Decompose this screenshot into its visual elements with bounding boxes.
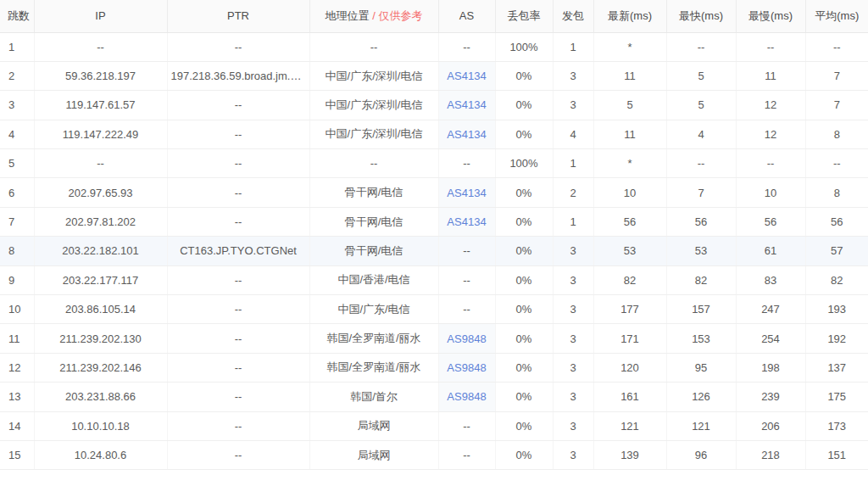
as-link[interactable]: AS9848 — [447, 332, 486, 345]
latency-fastest-cell: 157 — [666, 295, 736, 324]
latency-fastest-cell: 56 — [666, 207, 736, 236]
hop-row: 1510.24.80.6--局域网--0%313996218151 — [0, 440, 868, 469]
ptr-record-cell: -- — [167, 411, 309, 440]
ptr-record-cell: -- — [167, 383, 309, 411]
hop-row: 6202.97.65.93--骨干网/电信AS41340%2107108 — [0, 178, 868, 207]
packet-loss-cell: 0% — [495, 178, 553, 207]
latency-slowest-cell: 239 — [736, 383, 805, 411]
hop-number-cell: 11 — [0, 324, 34, 353]
as-number-cell: -- — [438, 411, 495, 440]
as-link[interactable]: AS4134 — [447, 128, 486, 141]
header-hop: 跳数 — [0, 0, 34, 32]
latency-slowest-cell: 56 — [736, 207, 805, 236]
as-number-cell: AS4134 — [438, 120, 495, 148]
latency-latest-cell: 11 — [593, 120, 666, 148]
as-number-cell: AS9848 — [438, 324, 495, 353]
ip-address-cell: 211.239.202.146 — [34, 353, 167, 382]
as-link[interactable]: AS9848 — [447, 361, 486, 374]
latency-average-cell: 151 — [805, 440, 868, 469]
latency-average-cell: 137 — [805, 353, 868, 382]
latency-average-cell: 56 — [805, 207, 868, 236]
header-geo: 地理位置 / 仅供参考 — [309, 0, 438, 32]
packet-loss-cell: 0% — [495, 237, 553, 265]
packet-loss-cell: 0% — [495, 440, 553, 469]
as-link[interactable]: AS9848 — [447, 390, 486, 403]
packets-sent-cell: 3 — [553, 440, 593, 469]
latency-average-cell: 7 — [805, 91, 868, 120]
ip-address-cell: 10.10.10.18 — [34, 411, 167, 440]
packets-sent-cell: 3 — [553, 91, 593, 120]
latency-average-cell: -- — [805, 149, 868, 178]
latency-fastest-cell: 5 — [666, 91, 736, 120]
latency-latest-cell: 171 — [593, 324, 666, 353]
packet-loss-cell: 0% — [495, 324, 553, 353]
hop-row: 1410.10.10.18--局域网--0%3121121206173 — [0, 411, 868, 440]
latency-slowest-cell: 198 — [736, 353, 805, 382]
as-link[interactable]: AS4134 — [447, 187, 486, 199]
latency-slowest-cell: 10 — [736, 178, 805, 207]
as-number-cell: -- — [438, 32, 495, 61]
ip-address-cell: 119.147.61.57 — [34, 91, 167, 120]
latency-latest-cell: 121 — [593, 411, 666, 440]
latency-average-cell: 193 — [805, 295, 868, 324]
ptr-record-cell: -- — [167, 295, 309, 324]
latency-slowest-cell: 12 — [736, 120, 805, 148]
ptr-record-cell: -- — [167, 265, 309, 294]
ptr-record-cell: -- — [167, 91, 309, 120]
latency-fastest-cell: 4 — [666, 120, 736, 148]
ip-address-cell: 203.231.88.66 — [34, 383, 167, 411]
as-link[interactable]: AS4134 — [447, 98, 486, 111]
header-packet-loss: 丢包率 — [495, 0, 553, 32]
latency-average-cell: 82 — [805, 265, 868, 294]
latency-fastest-cell: -- — [666, 149, 736, 178]
latency-slowest-cell: 61 — [736, 237, 805, 265]
geo-location-cell: 骨干网/电信 — [309, 237, 438, 265]
header-latency-latest: 最新(ms) — [593, 0, 666, 32]
hop-row: 12211.239.202.146--韩国/全罗南道/丽水AS98480%312… — [0, 353, 868, 382]
header-ptr: PTR — [167, 0, 309, 32]
geo-location-cell: 中国/香港/电信 — [309, 265, 438, 294]
as-number-cell: AS4134 — [438, 207, 495, 236]
as-link[interactable]: AS4134 — [447, 70, 486, 82]
latency-fastest-cell: 126 — [666, 383, 736, 411]
header-latency-fastest: 最快(ms) — [666, 0, 736, 32]
latency-slowest-cell: 247 — [736, 295, 805, 324]
as-link[interactable]: AS4134 — [447, 215, 486, 228]
ptr-record-cell: -- — [167, 178, 309, 207]
packet-loss-cell: 0% — [495, 120, 553, 148]
as-number-cell: -- — [438, 440, 495, 469]
traceroute-panel: 跳数 IP PTR 地理位置 / 仅供参考 AS 丢包率 发包 最新(ms) 最… — [0, 0, 868, 486]
ip-address-cell: 202.97.65.93 — [34, 178, 167, 207]
hop-number-cell: 8 — [0, 237, 34, 265]
ip-address-cell: 119.147.222.49 — [34, 120, 167, 148]
latency-latest-cell: 56 — [593, 207, 666, 236]
packets-sent-cell: 4 — [553, 120, 593, 148]
hop-number-cell: 3 — [0, 91, 34, 120]
geo-location-cell: 局域网 — [309, 440, 438, 469]
packets-sent-cell: 3 — [553, 383, 593, 411]
latency-slowest-cell: -- — [736, 149, 805, 178]
header-latency-slowest: 最慢(ms) — [736, 0, 805, 32]
geo-location-cell: -- — [309, 32, 438, 61]
header-as: AS — [438, 0, 495, 32]
as-number-cell: -- — [438, 237, 495, 265]
latency-slowest-cell: 206 — [736, 411, 805, 440]
header-geo-note: / 仅供参考 — [372, 9, 422, 22]
hop-number-cell: 15 — [0, 440, 34, 469]
hop-row: 259.36.218.197197.218.36.59.broad.jm.gd.… — [0, 61, 868, 90]
packet-loss-cell: 0% — [495, 383, 553, 411]
latency-latest-cell: 5 — [593, 91, 666, 120]
latency-latest-cell: * — [593, 32, 666, 61]
packets-sent-cell: 1 — [553, 149, 593, 178]
hop-row: 8203.22.182.101CT163.JP.TYO.CTGNet骨干网/电信… — [0, 237, 868, 265]
as-number-cell: AS4134 — [438, 91, 495, 120]
latency-latest-cell: 53 — [593, 237, 666, 265]
latency-fastest-cell: 95 — [666, 353, 736, 382]
geo-location-cell: 中国/广东/深圳/电信 — [309, 61, 438, 90]
geo-location-cell: 中国/广东/深圳/电信 — [309, 120, 438, 148]
latency-latest-cell: * — [593, 149, 666, 178]
geo-location-cell: 韩国/全罗南道/丽水 — [309, 324, 438, 353]
ip-address-cell: 211.239.202.130 — [34, 324, 167, 353]
latency-slowest-cell: 218 — [736, 440, 805, 469]
hop-row: 4119.147.222.49--中国/广东/深圳/电信AS41340%4114… — [0, 120, 868, 148]
